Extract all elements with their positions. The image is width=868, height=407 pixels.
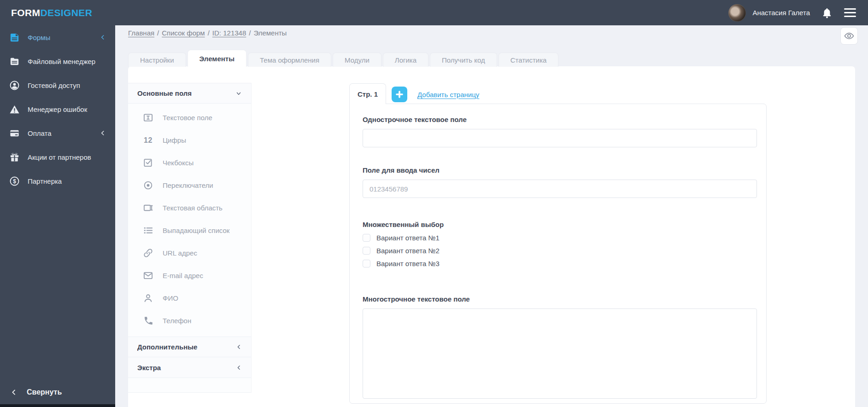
eye-icon <box>844 32 854 40</box>
chevron-left-icon <box>100 34 106 41</box>
section-title: Дополнительные <box>137 343 197 351</box>
checkbox-icon[interactable] <box>363 260 370 267</box>
hamburger-icon <box>844 8 856 17</box>
chevron-left-icon <box>236 344 242 350</box>
sidebar-item-payment[interactable]: Оплата <box>0 121 115 145</box>
main-menu-button[interactable] <box>844 8 856 17</box>
section-title: Основные поля <box>137 89 192 97</box>
person-icon <box>143 293 153 303</box>
breadcrumb-link-home[interactable]: Главная <box>128 29 154 37</box>
file-manager-icon <box>9 56 20 67</box>
payment-icon <box>9 128 20 139</box>
basic-fields-list: Текстовое поле 12 Цифры Чекбоксы <box>128 104 251 337</box>
user-menu[interactable]: Анастасия Галета <box>728 4 810 22</box>
textarea-icon <box>143 203 153 213</box>
form-preview-panel: Однострочное текстовое поле Поле для вво… <box>349 104 767 404</box>
sidebar-item-error-manager[interactable]: Менеджер ошибок <box>0 97 115 121</box>
plus-icon <box>396 91 403 98</box>
element-item-numbers[interactable]: 12 Цифры <box>128 129 251 151</box>
preview-form-button[interactable] <box>840 27 858 45</box>
sidebar-item-forms[interactable]: Формы <box>0 25 115 49</box>
app-root: FORMDESIGNER Анастасия Галета Формы <box>0 0 868 407</box>
tab-elements[interactable]: Элементы <box>188 50 246 67</box>
sidebar-item-file-manager[interactable]: Файловый менеджер <box>0 49 115 73</box>
sidebar-item-label: Партнерка <box>28 177 62 185</box>
element-item-checkboxes[interactable]: Чекбоксы <box>128 151 251 174</box>
avatar[interactable] <box>728 4 746 22</box>
tab-settings[interactable]: Настройки <box>128 52 186 67</box>
section-title: Экстра <box>137 364 161 372</box>
phone-icon <box>143 315 153 326</box>
element-item-full-name[interactable]: ФИО <box>128 287 251 309</box>
form-tabs: Настройки Элементы Тема оформления Модул… <box>128 50 558 67</box>
breadcrumb: Главная/Список форм/ID: 121348/Элементы <box>128 29 287 37</box>
gift-icon <box>9 152 20 163</box>
logo-part-designer: DESIGNER <box>40 7 92 18</box>
add-page-link[interactable]: Добавить страницу <box>417 91 479 99</box>
sidebar-item-label: Формы <box>28 34 50 41</box>
element-item-radios[interactable]: Переключатели <box>128 174 251 197</box>
tab-statistics[interactable]: Статистика <box>499 52 559 67</box>
breadcrumb-link-form-id[interactable]: ID: 121348 <box>212 29 246 37</box>
checkbox-option-1[interactable]: Вариант ответа №1 <box>363 233 757 243</box>
add-page: Добавить страницу <box>392 87 479 102</box>
section-extra[interactable]: Экстра <box>128 357 251 378</box>
notifications-button[interactable] <box>822 7 832 18</box>
error-manager-icon <box>9 104 20 115</box>
main-content: Главная/Список форм/ID: 121348/Элементы … <box>115 25 868 407</box>
sidebar-item-affiliate[interactable]: $ Партнерка <box>0 169 115 193</box>
collapse-label: Свернуть <box>27 388 62 396</box>
tab-get-code[interactable]: Получить код <box>430 52 497 67</box>
sidebar-item-guest-access[interactable]: Гостевой доступ <box>0 73 115 97</box>
tab-theme[interactable]: Тема оформления <box>248 52 331 67</box>
checkbox-option-2[interactable]: Вариант ответа №2 <box>363 245 757 256</box>
checkbox-icon[interactable] <box>363 247 370 255</box>
field-label-numbers: Поле для ввода чисел <box>363 166 757 175</box>
bell-icon <box>822 7 832 18</box>
breadcrumb-current: Элементы <box>253 29 287 37</box>
radio-icon <box>143 180 153 191</box>
element-item-email[interactable]: E-mail адрес <box>128 264 251 287</box>
app-logo[interactable]: FORMDESIGNER <box>11 7 92 18</box>
sidebar-item-partner-promos[interactable]: Акции от партнеров <box>0 145 115 169</box>
elements-panel-tail <box>128 378 251 393</box>
section-basic-fields[interactable]: Основные поля <box>128 83 251 104</box>
topbar-right: Анастасия Галета <box>728 4 856 22</box>
element-item-textarea[interactable]: Текстовая область <box>128 197 251 219</box>
add-page-button[interactable] <box>392 87 407 102</box>
tab-modules[interactable]: Модули <box>333 52 381 67</box>
elements-tab-card: Основные поля Текстовое поле 12 Ци <box>128 66 855 407</box>
single-line-text-input[interactable] <box>363 129 757 147</box>
page-tab-1[interactable]: Стр. 1 <box>349 83 386 104</box>
svg-text:$: $ <box>13 178 16 184</box>
element-item-url[interactable]: URL адрес <box>128 242 251 264</box>
text-field-icon <box>143 112 153 123</box>
sidebar-item-label: Оплата <box>28 129 52 137</box>
field-label-multiple-choice: Множественный выбор <box>363 220 757 229</box>
elements-panel: Основные поля Текстовое поле 12 Ци <box>128 83 252 393</box>
number-input[interactable] <box>363 180 757 198</box>
breadcrumb-link-form-list[interactable]: Список форм <box>162 29 205 37</box>
sidebar-item-label: Гостевой доступ <box>28 81 80 89</box>
sidebar-item-label: Акции от партнеров <box>28 153 91 161</box>
dropdown-list-icon <box>143 225 153 236</box>
sidebar: Формы Файловый менеджер Гостевой доступ … <box>0 25 115 407</box>
checkbox-option-3[interactable]: Вариант ответа №3 <box>363 258 757 269</box>
field-label-multi-line: Многострочное текстовое поле <box>363 295 757 304</box>
checkbox-icon[interactable] <box>363 234 370 242</box>
element-item-phone[interactable]: Телефон <box>128 309 251 332</box>
section-additional[interactable]: Дополнительные <box>128 337 251 357</box>
multi-line-text-input[interactable] <box>363 308 757 399</box>
user-name: Анастасия Галета <box>752 9 810 17</box>
dollar-circle-icon: $ <box>9 176 20 186</box>
sidebar-item-label: Менеджер ошибок <box>28 105 87 113</box>
envelope-icon <box>143 270 153 281</box>
guest-access-icon <box>9 80 20 91</box>
sidebar-bottom-strip <box>0 404 115 407</box>
checkbox-icon <box>143 157 153 168</box>
sidebar-collapse-button[interactable]: Свернуть <box>0 382 115 402</box>
topbar: FORMDESIGNER Анастасия Галета <box>0 0 868 25</box>
element-item-dropdown[interactable]: Выпадающий список <box>128 219 251 242</box>
tab-logic[interactable]: Логика <box>383 52 428 67</box>
element-item-text-field[interactable]: Текстовое поле <box>128 106 251 129</box>
